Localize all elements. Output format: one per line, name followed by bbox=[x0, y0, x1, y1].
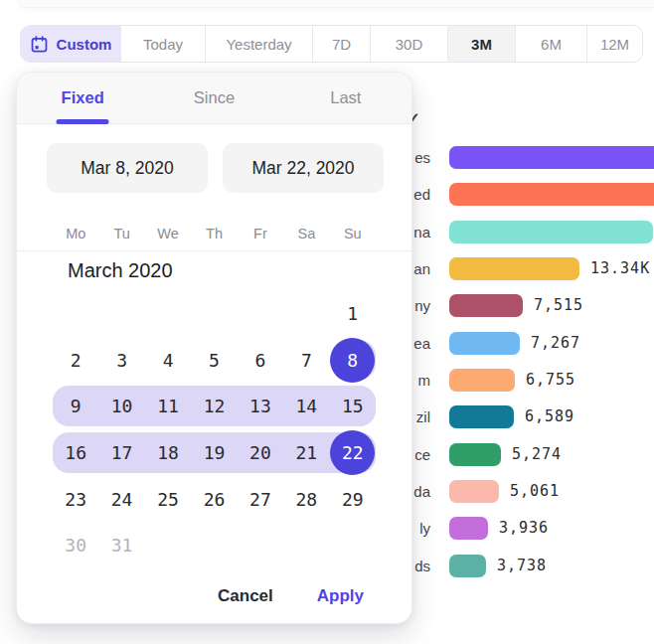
calendar-week-row: 23242526272829 bbox=[17, 476, 411, 523]
chart-label: da bbox=[413, 480, 430, 503]
calendar-week-row: 3031 bbox=[17, 522, 411, 568]
calendar-day-25[interactable]: 25 bbox=[145, 476, 191, 523]
weekday-label-tu: Tu bbox=[98, 216, 144, 250]
weekday-label-th: Th bbox=[191, 216, 237, 250]
calendar-day-6[interactable]: 6 bbox=[238, 337, 283, 384]
apply-button[interactable]: Apply bbox=[317, 586, 364, 606]
date-picker-tabs: FixedSinceLast bbox=[17, 73, 411, 124]
calendar-day-7[interactable]: 7 bbox=[283, 337, 329, 384]
chart-label: ed bbox=[413, 183, 430, 206]
start-date-field[interactable]: Mar 8, 2020 bbox=[47, 143, 208, 193]
weekday-header-row: MoTuWeThFrSaSu bbox=[17, 216, 411, 251]
chart-label: m bbox=[418, 369, 431, 392]
chart-label: ly bbox=[419, 517, 430, 540]
chart-value: 7,515 bbox=[534, 294, 583, 317]
calendar-day-13[interactable]: 13 bbox=[238, 383, 283, 429]
calendar-day-24[interactable]: 24 bbox=[98, 476, 144, 523]
calendar-day-3[interactable]: 3 bbox=[98, 337, 144, 384]
chart-bar[interactable] bbox=[449, 294, 523, 317]
chart-value: 5,061 bbox=[510, 480, 560, 503]
chart-bar[interactable] bbox=[449, 257, 579, 280]
calendar-day-16[interactable]: 16 bbox=[53, 429, 98, 476]
chart-label: ce bbox=[414, 443, 430, 466]
calendar-empty-cell bbox=[330, 522, 376, 568]
weekday-label-sa: Sa bbox=[283, 216, 329, 250]
calendar-day-11[interactable]: 11 bbox=[145, 383, 191, 429]
chart-bar[interactable] bbox=[449, 405, 514, 428]
chart-bar[interactable] bbox=[449, 443, 501, 466]
calendar-day-2[interactable]: 2 bbox=[53, 337, 98, 384]
chart-bar[interactable] bbox=[449, 369, 515, 392]
calendar-week-row: 1 bbox=[17, 290, 411, 337]
chart-bar[interactable] bbox=[449, 146, 654, 169]
calendar-day-4[interactable]: 4 bbox=[145, 337, 191, 384]
calendar-day-18[interactable]: 18 bbox=[145, 429, 191, 476]
selected-day-circle: 22 bbox=[330, 430, 375, 475]
chart-value: 6,589 bbox=[525, 405, 574, 428]
calendar-empty-cell bbox=[191, 290, 237, 337]
chart-bar[interactable] bbox=[449, 183, 654, 206]
tab-last[interactable]: Last bbox=[280, 73, 411, 123]
calendar-day-5[interactable]: 5 bbox=[191, 337, 237, 384]
chart-bar[interactable] bbox=[449, 221, 653, 243]
calendar-day-15[interactable]: 15 bbox=[330, 383, 376, 429]
calendar-empty-cell bbox=[283, 290, 329, 337]
calendar-empty-cell bbox=[98, 290, 144, 337]
calendar-empty-cell bbox=[283, 522, 329, 568]
chart-bar[interactable] bbox=[449, 517, 488, 540]
month-title: March 2020 bbox=[68, 259, 173, 282]
calendar-empty-cell bbox=[238, 522, 283, 568]
calendar-day-19[interactable]: 19 bbox=[191, 429, 237, 476]
chart-label: an bbox=[413, 257, 430, 280]
calendar-day-31[interactable]: 31 bbox=[98, 522, 144, 568]
chart-label: na bbox=[413, 221, 430, 243]
cancel-button[interactable]: Cancel bbox=[218, 586, 273, 606]
calendar-day-1[interactable]: 1 bbox=[330, 290, 376, 337]
calendar-empty-cell bbox=[145, 290, 191, 337]
calendar-day-21[interactable]: 21 bbox=[283, 429, 329, 476]
picker-footer: Cancel Apply bbox=[218, 586, 364, 606]
selected-day-circle: 8 bbox=[330, 338, 375, 383]
chart-value: 3,738 bbox=[497, 555, 547, 577]
chart-value: 6,755 bbox=[526, 369, 575, 392]
calendar-day-29[interactable]: 29 bbox=[330, 476, 376, 523]
weekday-label-su: Su bbox=[330, 216, 376, 250]
calendar-week-row: 2345678 bbox=[17, 337, 411, 384]
calendar-day-9[interactable]: 9 bbox=[53, 383, 98, 429]
calendar-grid: 1234567891011121314151617181920212223242… bbox=[17, 290, 411, 568]
calendar-day-8[interactable]: 8 bbox=[330, 337, 376, 384]
weekday-label-mo: Mo bbox=[53, 216, 98, 250]
tab-fixed[interactable]: Fixed bbox=[17, 73, 148, 123]
calendar-day-27[interactable]: 27 bbox=[238, 476, 283, 523]
end-date-field[interactable]: Mar 22, 2020 bbox=[223, 143, 384, 193]
calendar-empty-cell bbox=[238, 290, 283, 337]
calendar-day-23[interactable]: 23 bbox=[53, 476, 98, 523]
date-inputs-row: Mar 8, 2020 Mar 22, 2020 bbox=[17, 143, 411, 193]
chart-bar[interactable] bbox=[449, 555, 486, 577]
calendar-day-30[interactable]: 30 bbox=[53, 522, 98, 568]
calendar-day-12[interactable]: 12 bbox=[191, 383, 237, 429]
chart-label: es bbox=[414, 146, 430, 169]
chart-bar[interactable] bbox=[449, 332, 520, 355]
chart-label: ea bbox=[413, 332, 430, 355]
chart-label: zil bbox=[416, 405, 430, 428]
tab-since[interactable]: Since bbox=[148, 73, 279, 123]
calendar-week-row: 16171819202122 bbox=[17, 429, 411, 476]
calendar-day-17[interactable]: 17 bbox=[98, 429, 144, 476]
chart-label: ds bbox=[414, 555, 430, 577]
calendar-day-28[interactable]: 28 bbox=[283, 476, 329, 523]
calendar-day-26[interactable]: 26 bbox=[191, 476, 237, 523]
date-picker-popup: FixedSinceLast Mar 8, 2020 Mar 22, 2020 … bbox=[16, 72, 412, 624]
calendar-day-14[interactable]: 14 bbox=[283, 383, 329, 429]
weekday-label-fr: Fr bbox=[238, 216, 283, 250]
weekday-label-we: We bbox=[145, 216, 191, 250]
calendar-empty-cell bbox=[191, 522, 237, 568]
chart-value: 5,274 bbox=[512, 443, 562, 466]
calendar-day-10[interactable]: 10 bbox=[98, 383, 144, 429]
calendar-day-22[interactable]: 22 bbox=[330, 429, 376, 476]
calendar-day-20[interactable]: 20 bbox=[238, 429, 283, 476]
calendar-empty-cell bbox=[145, 522, 191, 568]
chart-value: 7,267 bbox=[531, 332, 580, 355]
calendar-week-row: 9101112131415 bbox=[17, 383, 411, 429]
chart-bar[interactable] bbox=[449, 480, 499, 503]
